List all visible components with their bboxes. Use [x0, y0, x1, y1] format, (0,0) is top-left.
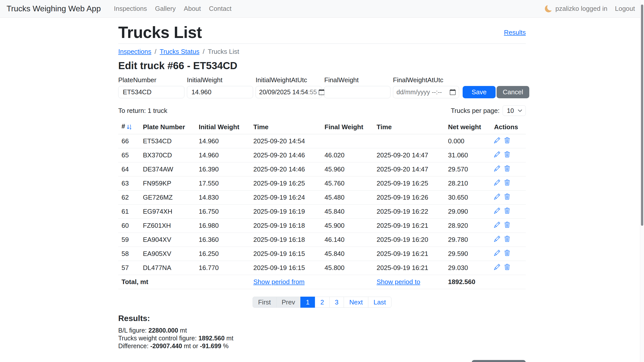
- results-lines: B/L figure: 22800.000 mtTrucks weight co…: [118, 327, 526, 350]
- table-cell: 14.830: [195, 191, 250, 205]
- page-2[interactable]: 2: [315, 297, 329, 308]
- actions-cell: [491, 261, 526, 275]
- results-link[interactable]: Results: [504, 29, 526, 36]
- logout-link[interactable]: Logout: [615, 5, 635, 13]
- trash-icon[interactable]: [504, 208, 510, 214]
- trash-icon[interactable]: [504, 250, 510, 256]
- table-row: 65BX370CD14.9602025-09-20 14:4646.020202…: [118, 148, 526, 162]
- table-row: 57DL477NA16.7702025-09-19 16:1545.800202…: [118, 261, 526, 275]
- pencil-icon[interactable]: [494, 208, 500, 214]
- column-header-initial-weight: Initial Weight: [195, 120, 250, 134]
- page-title: Trucks List: [118, 24, 202, 41]
- final-weight-at-utc-input[interactable]: dd/mm/yyyy --:--: [393, 86, 459, 98]
- table-cell: 16.980: [195, 219, 250, 233]
- initial-weight-input[interactable]: [187, 86, 253, 98]
- trash-icon[interactable]: [504, 222, 510, 228]
- results-block: Results: B/L figure: 22800.000 mtTrucks …: [118, 314, 526, 350]
- column-header-actions: Actions: [491, 120, 526, 134]
- table-cell: 29.090: [445, 205, 491, 219]
- page-next[interactable]: Next: [344, 297, 368, 308]
- table-cell: 14.960: [195, 134, 250, 148]
- cancel-button[interactable]: Cancel: [497, 86, 529, 98]
- plate-number-input[interactable]: [118, 86, 184, 98]
- scrollbar-thumb[interactable]: [641, 5, 643, 226]
- sort-numeric-down-icon[interactable]: 19: [127, 124, 132, 131]
- calendar-icon[interactable]: [319, 89, 325, 95]
- pencil-icon[interactable]: [494, 179, 500, 186]
- pencil-icon[interactable]: [494, 250, 500, 256]
- per-page-select[interactable]: 10: [503, 105, 526, 116]
- table-cell: 57: [118, 261, 140, 275]
- trash-icon[interactable]: [504, 264, 510, 270]
- trash-icon[interactable]: [504, 179, 510, 186]
- page-first: First: [253, 297, 276, 308]
- pencil-icon[interactable]: [494, 222, 500, 228]
- table-cell: 2025-09-19 16:19: [250, 205, 321, 219]
- breadcrumb-separator: /: [199, 48, 208, 56]
- trash-icon[interactable]: [504, 236, 510, 242]
- moon-icon[interactable]: [545, 5, 552, 12]
- trash-icon[interactable]: [504, 137, 510, 143]
- pencil-icon[interactable]: [494, 194, 500, 200]
- export-to-pdf-button[interactable]: Export to PDF: [472, 360, 526, 362]
- table-cell: 2025-09-19 16:15: [250, 247, 321, 261]
- table-cell: 2025-09-19 16:24: [250, 191, 321, 205]
- table-cell: 2025-09-19 16:26: [373, 191, 445, 205]
- column-header-index[interactable]: #19: [118, 120, 140, 134]
- initial-weight-at-utc-input[interactable]: 20/09/2025 14:54:55: [256, 86, 322, 98]
- table-cell: 2025-09-19 16:18: [250, 219, 321, 233]
- breadcrumb-item-trucks-status[interactable]: Trucks Status: [160, 48, 199, 56]
- table-cell: 2025-09-19 16:15: [250, 261, 321, 275]
- table-cell: GE726MZ: [140, 191, 195, 205]
- table-cell: 64: [118, 162, 140, 176]
- table-cell: 45.760: [321, 176, 373, 191]
- pencil-icon[interactable]: [494, 165, 500, 171]
- app-brand[interactable]: Trucks Weighing Web App: [7, 4, 101, 13]
- trash-icon[interactable]: [504, 151, 510, 157]
- actions-cell: [491, 148, 526, 162]
- table-cell: 30.650: [445, 191, 491, 205]
- table-cell: EG974XH: [140, 205, 195, 219]
- navbar: Trucks Weighing Web App InspectionsGalle…: [0, 0, 644, 18]
- table-cell: 29.780: [445, 233, 491, 247]
- table-cell: 60: [118, 219, 140, 233]
- table-cell: FZ601XH: [140, 219, 195, 233]
- page-1[interactable]: 1: [300, 297, 315, 308]
- page-prev: Prev: [276, 297, 301, 308]
- table-cell: 2025-09-19 16:20: [373, 233, 445, 247]
- table-cell: 29.570: [445, 162, 491, 176]
- scrollbar[interactable]: [640, 0, 644, 362]
- table-cell: EA905XV: [140, 247, 195, 261]
- show-period-from-link[interactable]: Show period from: [253, 278, 305, 286]
- nav-link-inspections[interactable]: Inspections: [110, 5, 151, 13]
- table-cell: 16.360: [195, 233, 250, 247]
- page-3[interactable]: 3: [329, 297, 344, 308]
- calendar-icon[interactable]: [450, 89, 456, 95]
- table-cell: 29.030: [445, 261, 491, 275]
- pencil-icon[interactable]: [494, 236, 500, 242]
- show-period-to-link[interactable]: Show period to: [377, 278, 420, 286]
- table-cell: 2025-09-20 14:47: [373, 148, 445, 162]
- pencil-icon[interactable]: [494, 151, 500, 157]
- table-cell: 28.210: [445, 176, 491, 191]
- chevron-down-icon: [517, 108, 522, 113]
- table-cell: 2025-09-20 14:47: [373, 162, 445, 176]
- per-page-value: 10: [507, 107, 514, 114]
- pencil-icon[interactable]: [494, 264, 500, 270]
- table-cell: 16.250: [195, 247, 250, 261]
- page-last[interactable]: Last: [368, 297, 391, 308]
- column-header-final-weight: Final Weight: [321, 120, 373, 134]
- nav-link-gallery[interactable]: Gallery: [151, 5, 180, 13]
- breadcrumb-item-inspections[interactable]: Inspections: [118, 48, 151, 56]
- table-cell: 62: [118, 191, 140, 205]
- nav-link-contact[interactable]: Contact: [205, 5, 236, 13]
- actions-cell: [491, 191, 526, 205]
- trash-icon[interactable]: [504, 194, 510, 200]
- pencil-icon[interactable]: [494, 137, 500, 143]
- nav-link-about[interactable]: About: [180, 5, 205, 13]
- trash-icon[interactable]: [504, 165, 510, 171]
- table-cell: 45.840: [321, 205, 373, 219]
- table-cell: 66: [118, 134, 140, 148]
- save-button[interactable]: Save: [463, 86, 496, 98]
- final-weight-input[interactable]: [324, 86, 390, 98]
